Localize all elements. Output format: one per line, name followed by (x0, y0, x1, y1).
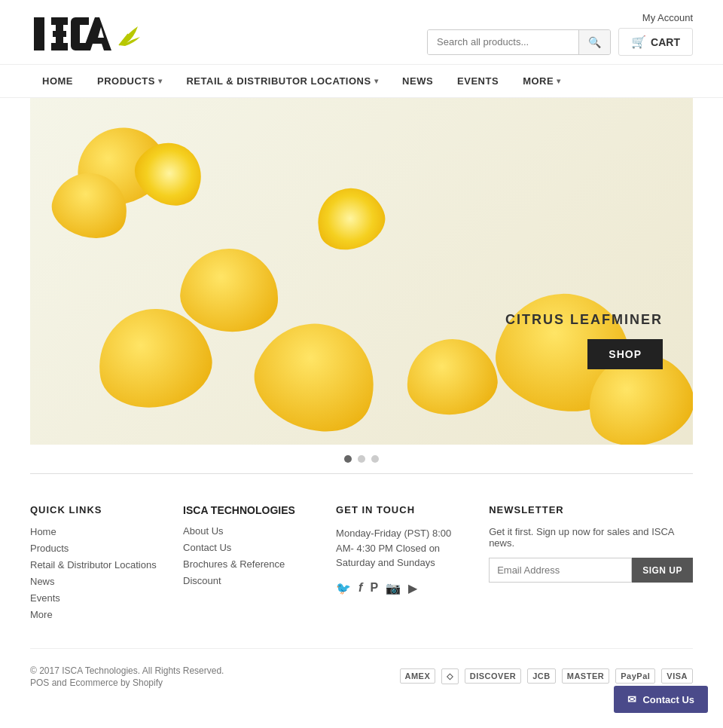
payment-icons: AMEX ◇ DISCOVER JCB MASTER PayPal VISA (400, 668, 694, 684)
nav-products[interactable]: PRODUCTS ▾ (85, 65, 174, 97)
mastercard-icon: MASTER (562, 668, 609, 684)
header-right: My Account 🔍 🛒 CART (427, 12, 693, 56)
diners-icon: ◇ (441, 668, 459, 684)
hero-overlay: CITRUS LEAFMINER SHOP (505, 312, 663, 369)
nav-more[interactable]: MORE ▾ (511, 65, 573, 97)
footer-link-about[interactable]: About Us (183, 525, 313, 537)
lemon-half-2 (308, 179, 392, 258)
footer-pos-text: POS and (30, 678, 67, 688)
get-in-touch-title: GET IN TOUCH (336, 504, 466, 515)
logo[interactable] (30, 11, 158, 57)
newsletter-title: NEWSLETTER (489, 504, 693, 515)
copyright-text: © 2017 ISCA Technologies. All Rights Res… (30, 665, 224, 676)
visa-icon: VISA (661, 668, 693, 684)
retail-chevron-icon: ▾ (374, 77, 379, 85)
newsletter-form: SIGN UP (489, 558, 693, 583)
nav-news[interactable]: NEWS (390, 65, 445, 97)
nav-retail-distributor[interactable]: RETAIL & DISTRIBUTOR LOCATIONS ▾ (174, 65, 390, 97)
slide-dot-2[interactable] (358, 455, 365, 463)
footer-bottom: © 2017 ISCA Technologies. All Rights Res… (30, 648, 693, 688)
pinterest-link[interactable]: P (370, 581, 378, 595)
paypal-icon: PayPal (615, 668, 655, 684)
footer-link-contact[interactable]: Contact Us (183, 542, 313, 553)
hero-background: CITRUS LEAFMINER SHOP (30, 98, 693, 445)
float-contact-button[interactable]: ✉ Contact Us (614, 686, 708, 703)
twitter-link[interactable]: 🐦 (336, 581, 351, 595)
svg-rect-0 (34, 17, 44, 50)
jcb-icon: JCB (527, 668, 556, 684)
footer-grid: QUICK LINKS Home Products Retail & Distr… (30, 504, 693, 626)
footer-link-retail[interactable]: Retail & Distributor Locations (30, 559, 160, 570)
quick-links-title: QUICK LINKS (30, 504, 160, 515)
amex-icon: AMEX (400, 668, 436, 684)
my-account-link[interactable]: My Account (642, 12, 693, 23)
hero-slideshow: CITRUS LEAFMINER SHOP (30, 98, 693, 445)
slide-dots (0, 445, 723, 473)
footer-copyright-area: © 2017 ISCA Technologies. All Rights Res… (30, 664, 224, 688)
lemon-decoration-3 (177, 245, 282, 336)
cart-label: CART (651, 36, 680, 48)
footer-link-discount[interactable]: Discount (183, 575, 313, 586)
business-hours: Monday-Friday (PST) 8:00 AM- 4:30 PM Clo… (336, 526, 466, 570)
nav-home[interactable]: HOME (30, 65, 85, 97)
footer-link-brochures[interactable]: Brochures & Reference (183, 558, 313, 570)
footer-isca-tech: ISCA TECHNOLOGIES About Us Contact Us Br… (183, 504, 313, 626)
header-actions: 🔍 🛒 CART (427, 28, 693, 56)
search-input[interactable] (428, 30, 578, 54)
isca-tech-title: ISCA TECHNOLOGIES (183, 504, 313, 516)
footer-newsletter: NEWSLETTER Get it first. Sign up now for… (489, 504, 693, 626)
footer-link-events[interactable]: Events (30, 592, 160, 604)
footer-get-in-touch: GET IN TOUCH Monday-Friday (PST) 8:00 AM… (336, 504, 466, 626)
hero-shop-button[interactable]: SHOP (587, 339, 663, 369)
slide-dot-3[interactable] (371, 455, 379, 463)
ecommerce-link[interactable]: Ecommerce by Shopify (70, 678, 163, 688)
search-form: 🔍 (427, 29, 611, 55)
nav-events[interactable]: EVENTS (445, 65, 511, 97)
newsletter-description: Get it first. Sign up now for sales and … (489, 526, 693, 549)
footer: QUICK LINKS Home Products Retail & Distr… (0, 474, 723, 703)
lemon-decoration-6 (404, 335, 500, 418)
hero-product-name: CITRUS LEAFMINER (505, 312, 663, 328)
header: My Account 🔍 🛒 CART HOME PRODUCTS ▾ RETA… (0, 0, 723, 98)
slide-dot-1[interactable] (344, 455, 352, 463)
main-nav: HOME PRODUCTS ▾ RETAIL & DISTRIBUTOR LOC… (0, 64, 723, 98)
discover-icon: DISCOVER (465, 668, 521, 684)
footer-link-home[interactable]: Home (30, 526, 160, 537)
cart-button[interactable]: 🛒 CART (618, 28, 693, 56)
lemon-decoration-5 (242, 307, 391, 445)
more-chevron-icon: ▾ (557, 77, 561, 85)
footer-link-products[interactable]: Products (30, 543, 160, 554)
float-contact-icon: ✉ (627, 693, 636, 703)
footer-link-news[interactable]: News (30, 576, 160, 587)
cart-icon: 🛒 (631, 35, 646, 49)
search-button[interactable]: 🔍 (578, 30, 610, 54)
social-links: 🐦 f P 📷 ▶ (336, 581, 466, 595)
float-contact-label: Contact Us (642, 694, 694, 704)
products-chevron-icon: ▾ (158, 77, 163, 85)
newsletter-email-input[interactable] (489, 558, 632, 583)
footer-link-more[interactable]: More (30, 609, 160, 620)
instagram-link[interactable]: 📷 (386, 581, 401, 595)
facebook-link[interactable]: f (358, 581, 362, 595)
footer-quick-links: QUICK LINKS Home Products Retail & Distr… (30, 504, 160, 626)
newsletter-signup-button[interactable]: SIGN UP (632, 558, 693, 583)
youtube-link[interactable]: ▶ (408, 581, 417, 595)
